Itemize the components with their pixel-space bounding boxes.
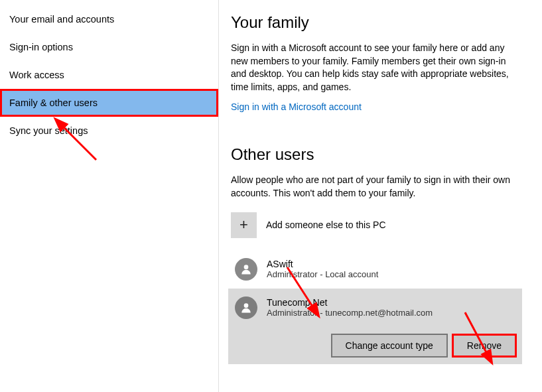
family-section-desc: Sign in with a Microsoft account to see … [231, 42, 522, 94]
sidebar-item-work-access[interactable]: Work access [0, 61, 218, 89]
user-name: Tunecomp Net [267, 297, 433, 308]
plus-icon: + [231, 212, 257, 238]
other-users-section-title: Other users [231, 145, 522, 164]
other-users-section-desc: Allow people who are not part of your fa… [231, 174, 522, 200]
add-user-label: Add someone else to this PC [266, 220, 386, 230]
user-sub: Administrator - tunecomp.net@hotmail.com [267, 308, 433, 318]
sidebar-item-signin-options[interactable]: Sign-in options [0, 33, 218, 61]
user-row[interactable]: ASwift Administrator - Local account [231, 250, 522, 289]
sidebar-item-label: Sync your settings [9, 125, 88, 136]
sidebar-item-sync-settings[interactable]: Sync your settings [0, 117, 218, 145]
sidebar-item-label: Sign-in options [9, 42, 73, 52]
signin-microsoft-link[interactable]: Sign in with a Microsoft account [231, 101, 362, 112]
user-name: ASwift [267, 259, 378, 269]
user-icon [234, 295, 259, 320]
change-account-type-button[interactable]: Change account type [331, 334, 448, 358]
user-icon [234, 257, 259, 282]
remove-button[interactable]: Remove [452, 334, 517, 358]
family-section-title: Your family [231, 13, 522, 32]
sidebar-item-family-other-users[interactable]: Family & other users [0, 89, 218, 117]
sidebar-item-email-accounts[interactable]: Your email and accounts [0, 5, 218, 33]
add-user-button[interactable]: + Add someone else to this PC [231, 212, 522, 238]
sidebar-item-label: Your email and accounts [9, 14, 114, 25]
user-row[interactable]: Tunecomp Net Administrator - tunecomp.ne… [228, 289, 522, 327]
svg-point-1 [244, 303, 249, 308]
sidebar-item-label: Work access [9, 70, 64, 80]
user-action-row: Change account type Remove [228, 327, 522, 364]
user-sub: Administrator - Local account [267, 269, 378, 279]
sidebar-item-label: Family & other users [9, 98, 98, 108]
main-panel: Your family Sign in with a Microsoft acc… [219, 0, 542, 392]
sidebar: Your email and accounts Sign-in options … [0, 0, 219, 392]
svg-point-0 [244, 265, 249, 269]
